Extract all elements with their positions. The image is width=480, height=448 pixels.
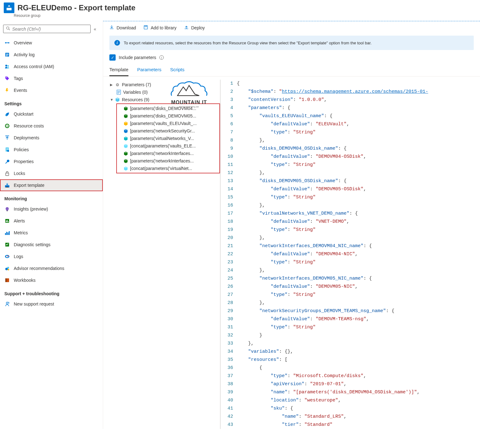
sidebar-item-label: Locks [14,171,25,176]
line-gutter: 1234567891011121314151617181920212223242… [221,80,237,429]
sidebar-item-label: Policies [14,147,29,152]
svg-rect-23 [6,187,8,187]
sidebar-item-props[interactable]: Properties [0,156,103,167]
svg-rect-9 [6,56,8,56]
info-tooltip-icon[interactable]: i [159,55,164,60]
svg-point-37 [7,267,9,269]
page-header: RG-ELEUDemo - Export template [0,0,480,15]
sidebar-item-events[interactable]: Events [0,84,103,96]
cost-icon: $ [4,123,10,129]
sidebar-item-quick[interactable]: Quickstart [0,108,103,120]
sidebar-item-alerts[interactable]: Alerts [0,215,103,227]
search-icon [6,26,10,32]
tab-scripts[interactable]: Scripts [170,64,184,76]
code-editor[interactable]: 1234567891011121314151617181920212223242… [220,80,480,429]
gear-icon: ⚙ [115,82,120,87]
resource-icon [123,166,128,171]
sidebar-item-tags[interactable]: Tags [0,72,103,84]
info-text: To export related resources, select the … [124,41,372,45]
search-box[interactable] [3,25,91,33]
sidebar-item-diag[interactable]: Diagnostic settings [0,239,103,251]
sidebar-item-label: Diagnostic settings [14,242,51,247]
download-icon [109,25,114,31]
resource-icon [123,158,128,163]
sidebar-item-insights[interactable]: Insights (preview) [0,203,103,215]
sidebar-item-logs[interactable]: Logs [0,251,103,262]
svg-point-20 [7,150,9,152]
resource-item[interactable]: [parameters('virtualNetworks_V... [117,135,219,142]
template-tree: ▶ ⚙ Parameters (7) Variables (0) ▼ Resou… [108,80,220,429]
sidebar-item-locks[interactable]: Locks [0,167,103,179]
sidebar-item-policies[interactable]: Policies [0,144,103,156]
sidebar-item-support[interactable]: New support request [0,298,103,310]
sidebar-item-advisor[interactable]: Advisor recommendations [0,262,103,274]
resource-item[interactable]: [parameters('networkSecurityGr... [117,127,219,135]
tree-variables-node[interactable]: Variables (0) [108,88,220,96]
resource-item[interactable]: [concat(parameters('virtualNet... [117,165,219,172]
svg-rect-40 [5,278,7,282]
sidebar-item-activity[interactable]: Activity log [0,49,103,61]
locks-icon [4,171,10,176]
svg-rect-28 [8,221,8,222]
resource-icon [123,136,128,141]
search-input[interactable] [12,27,88,32]
checkbox-checked-icon: ✓ [109,54,116,61]
export-icon [4,182,10,188]
metrics-icon [4,230,10,236]
sidebar-item-iam[interactable]: Access control (IAM) [0,61,103,72]
sidebar-item-label: Workbooks [14,278,36,283]
svg-text:$: $ [7,125,8,127]
svg-point-10 [5,65,7,67]
resource-item[interactable]: [parameters('vaults_ELEUVault_... [117,120,219,127]
svg-point-38 [8,269,9,271]
resource-item[interactable]: [concat(parameters('vaults_ELE... [117,142,219,150]
svg-rect-30 [6,232,7,235]
resource-items-box: [parameters('disks_DEMOVM04...[parameter… [116,103,220,173]
sidebar-item-label: Access control (IAM) [14,64,54,69]
tab-parameters[interactable]: Parameters [137,64,162,76]
sidebar-item-deploy[interactable]: Deployments [0,132,103,144]
resource-item[interactable]: [parameters('disks_DEMOVM04... [117,105,219,112]
info-icon: i [114,40,120,46]
svg-point-11 [8,65,9,67]
sidebar-item-workbooks[interactable]: Workbooks [0,274,103,286]
deploy-button[interactable]: Deploy [184,25,205,31]
sidebar-item-label: New support request [14,301,54,306]
nav-section-heading: Support + troubleshooting [0,286,103,298]
props-icon [4,159,10,164]
download-button[interactable]: Download [109,25,136,31]
add-to-library-button[interactable]: Add to library [143,25,176,31]
collapse-sidebar-icon[interactable]: « [94,27,96,32]
activity-icon [4,52,10,57]
resource-item[interactable]: [parameters('disks_DEMOVM05... [117,112,219,120]
tree-resources-node[interactable]: ▼ Resources (9) [108,96,220,103]
svg-rect-31 [8,232,8,235]
svg-rect-24 [7,211,8,211]
svg-rect-8 [6,55,8,55]
sidebar-item-label: Events [14,88,27,93]
sidebar-item-metrics[interactable]: Metrics [0,227,103,239]
sidebar-item-cost[interactable]: $Resource costs [0,120,103,132]
sidebar: « OverviewActivity logAccess control (IA… [0,20,103,429]
sidebar-item-export[interactable]: Export template [0,179,103,191]
include-parameters-checkbox[interactable]: ✓ Include parameters i [103,54,480,64]
events-icon [4,87,10,93]
svg-point-1 [7,27,9,29]
logs-icon [4,254,10,259]
sidebar-item-label: Quickstart [14,112,33,117]
svg-rect-43 [145,26,147,27]
resource-icon [123,106,128,111]
tab-template[interactable]: Template [109,64,128,76]
tree-parameters-node[interactable]: ▶ ⚙ Parameters (7) [108,81,220,88]
tags-icon [4,76,10,81]
svg-line-2 [9,29,10,30]
resource-item[interactable]: [parameters('networkInterfaces... [117,150,219,157]
svg-rect-7 [6,54,8,54]
svg-rect-16 [5,136,9,136]
sidebar-item-label: Metrics [14,230,28,235]
svg-rect-5 [6,42,9,43]
code-body[interactable]: { "$schema": "https://schema.management.… [237,80,480,429]
sidebar-item-overview[interactable]: Overview [0,37,103,49]
tab-bar: TemplateParametersScripts [103,64,480,77]
resource-item[interactable]: [parameters('networkInterfaces... [117,157,219,165]
